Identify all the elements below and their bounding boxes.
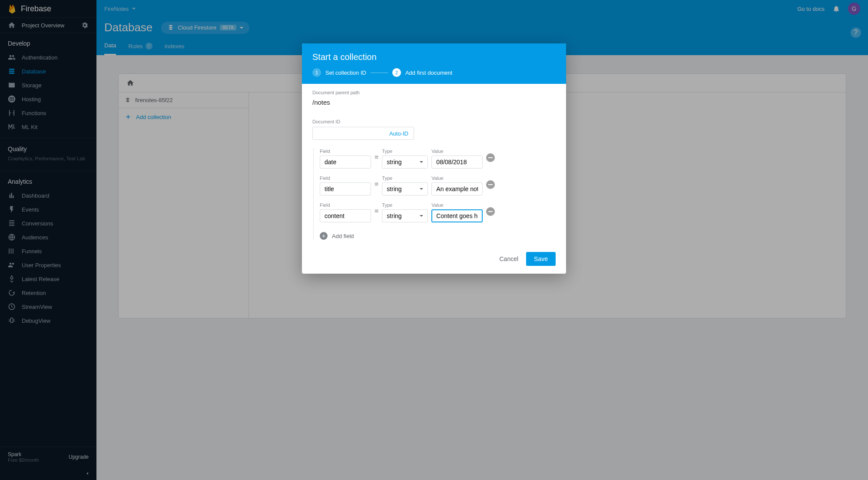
minus-icon <box>488 157 493 158</box>
step-label: Set collection ID <box>325 70 366 76</box>
value-label: Value <box>431 149 483 154</box>
doc-id-label: Document ID <box>312 119 556 124</box>
type-label: Type <box>382 175 428 181</box>
step-2: 2 Add first document <box>392 68 452 77</box>
type-value: string <box>387 159 401 166</box>
field-row: Field = Typestring Value <box>320 149 556 169</box>
remove-field-button[interactable] <box>486 207 495 216</box>
equals-sign: = <box>374 207 378 215</box>
plus-circle-icon: + <box>320 232 328 240</box>
parent-path-value: /notes <box>312 99 556 106</box>
type-label: Type <box>382 202 428 208</box>
minus-icon <box>488 184 493 185</box>
field-value-input[interactable] <box>431 209 483 222</box>
remove-field-button[interactable] <box>486 180 495 189</box>
step-1[interactable]: 1 Set collection ID <box>312 68 366 77</box>
field-name-input[interactable] <box>320 209 371 222</box>
field-type-select[interactable]: string <box>382 182 428 195</box>
field-label: Field <box>320 202 371 208</box>
field-name-input[interactable] <box>320 156 371 169</box>
step-label: Add first document <box>405 70 452 76</box>
equals-sign: = <box>374 180 378 188</box>
svg-rect-3 <box>488 184 493 185</box>
field-row: Field = Typestring Value <box>320 202 556 222</box>
caret-down-icon <box>420 215 423 217</box>
parent-path-label: Document parent path <box>312 90 556 95</box>
type-value: string <box>387 185 401 192</box>
save-button[interactable]: Save <box>526 252 556 266</box>
field-value-input[interactable] <box>431 182 483 195</box>
field-value-input[interactable] <box>431 156 483 169</box>
field-type-select[interactable]: string <box>382 209 428 222</box>
cancel-button[interactable]: Cancel <box>499 252 518 266</box>
doc-id-input[interactable]: Auto-ID <box>312 127 414 140</box>
value-label: Value <box>431 202 483 208</box>
field-type-select[interactable]: string <box>382 156 428 169</box>
field-name-input[interactable] <box>320 182 371 195</box>
add-field-button[interactable]: + Add field <box>320 229 556 240</box>
minus-icon <box>488 211 493 212</box>
type-label: Type <box>382 149 428 154</box>
auto-id-button[interactable]: Auto-ID <box>389 130 408 137</box>
step-number: 2 <box>392 68 401 77</box>
equals-sign: = <box>374 153 378 161</box>
field-row: Field = Typestring Value <box>320 175 556 195</box>
value-label: Value <box>431 175 483 181</box>
type-value: string <box>387 212 401 219</box>
field-label: Field <box>320 149 371 154</box>
stepper: 1 Set collection ID 2 Add first document <box>312 68 556 77</box>
step-number: 1 <box>312 68 321 77</box>
modal-overlay: Start a collection 1 Set collection ID 2… <box>0 0 868 480</box>
caret-down-icon <box>420 188 423 190</box>
caret-down-icon <box>420 161 423 163</box>
add-field-label: Add field <box>332 233 354 239</box>
step-connector <box>371 73 388 73</box>
svg-rect-4 <box>488 211 493 212</box>
field-label: Field <box>320 175 371 181</box>
remove-field-button[interactable] <box>486 153 495 162</box>
start-collection-modal: Start a collection 1 Set collection ID 2… <box>302 43 566 274</box>
modal-title: Start a collection <box>312 52 556 62</box>
svg-rect-2 <box>488 157 493 158</box>
